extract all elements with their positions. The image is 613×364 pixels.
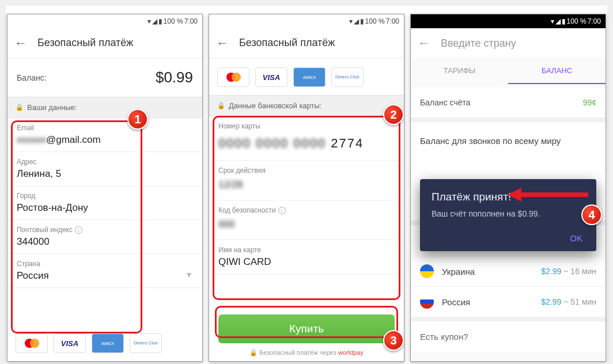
- back-icon[interactable]: ←: [418, 37, 430, 50]
- field-label: Имя на карте: [218, 246, 395, 254]
- tabs: ТАРИФЫ БАЛАНС: [411, 58, 606, 84]
- battery-text: 100 %: [365, 17, 385, 25]
- field-value: Ростов-на-Дону: [17, 202, 193, 214]
- status-bar: ▾ ◢ ▮ 100 % 7:00: [209, 14, 404, 28]
- battery-icon: ▮: [360, 17, 364, 25]
- card-logos: VISA AMEX Diners Club: [7, 329, 202, 361]
- field-country[interactable]: Страна Россия ▼: [7, 254, 202, 288]
- screenshot-1: ▾ ◢ ▮ 100 % 7:00 ← Безопасный платёж Бал…: [7, 14, 203, 362]
- battery-icon: ▮: [158, 17, 162, 25]
- battery-icon: ▮: [562, 17, 566, 25]
- field-value: 000: [218, 219, 395, 230]
- field-label: Email: [17, 124, 193, 132]
- section-card-data: 🔒 Данные банковской карты:: [209, 95, 404, 116]
- mastercard-icon: [217, 67, 249, 87]
- field-cvc[interactable]: Код безопасности i 000: [209, 200, 404, 240]
- visa-icon: VISA: [54, 333, 86, 353]
- clock: 7:00: [588, 17, 601, 25]
- field-label: Адрес: [17, 158, 193, 166]
- field-city[interactable]: Город Ростов-на-Дону: [7, 186, 202, 220]
- dialog-message: Ваш счёт пополнен на $0.99.: [432, 209, 585, 218]
- annotation-arrow: [508, 186, 594, 203]
- annotation-badge-4: 4: [581, 204, 602, 225]
- app-bar: ← Безопасный платёж: [209, 28, 404, 58]
- field-zip[interactable]: Почтовый индекс i 344000: [7, 220, 202, 254]
- country-row-ukraine[interactable]: Украина $2.99 ~ 16 мин: [411, 256, 606, 286]
- visa-icon: VISA: [255, 67, 287, 87]
- field-value: 12/28: [218, 179, 395, 191]
- country-name: Украина: [442, 267, 475, 276]
- form-your-data: Email xxxxxx@gmail.com Адрес Ленина, 5 Г…: [7, 118, 202, 329]
- world-calls-title: Баланс для звонков по всему миру: [411, 117, 606, 153]
- field-value: xxxxxx@gmail.com: [17, 134, 193, 146]
- balance-value: $0.99: [156, 69, 193, 86]
- tab-balance[interactable]: БАЛАНС: [508, 58, 606, 84]
- account-balance-label: Баланс счёта: [420, 98, 471, 107]
- wifi-icon: ▾: [551, 17, 554, 25]
- field-expiry[interactable]: Срок действия 12/28: [209, 161, 404, 200]
- country-row-russia[interactable]: Россия $2.99 ~ 51 мин: [411, 286, 606, 317]
- signal-icon: ◢: [555, 17, 561, 25]
- tab-tariffs[interactable]: ТАРИФЫ: [411, 58, 508, 84]
- field-name-on-card[interactable]: Имя на карте QIWI CARD: [209, 240, 404, 274]
- battery-text: 100 %: [567, 17, 586, 25]
- amex-icon: AMEX: [293, 67, 326, 87]
- field-label: Номер карты: [218, 122, 395, 130]
- secure-footer: 🔒 Безопасный платёж через worldpay: [209, 347, 404, 361]
- mastercard-icon: [16, 333, 48, 353]
- page-title: Безопасный платёж: [37, 37, 133, 49]
- dialog-ok-button[interactable]: OK: [432, 230, 585, 247]
- buy-button[interactable]: Купить: [218, 314, 395, 343]
- field-address[interactable]: Адрес Ленина, 5: [7, 152, 202, 186]
- app-bar: ← Безопасный платёж: [7, 28, 202, 58]
- lock-icon: 🔒: [217, 102, 225, 109]
- screenshot-3: ▾ ◢ ▮ 100 % 7:00 ← Введите страну ТАРИФЫ…: [410, 14, 606, 362]
- field-email[interactable]: Email xxxxxx@gmail.com: [7, 118, 202, 152]
- field-value: 0000 0000 0000 2774: [218, 136, 395, 151]
- battery-text: 100 %: [164, 17, 183, 25]
- form-card: Номер карты 0000 0000 0000 2774 Срок дей…: [209, 116, 404, 308]
- field-value: Россия: [17, 270, 49, 282]
- account-balance-row: Баланс счёта 99¢: [411, 88, 606, 117]
- lock-icon: 🔒: [249, 349, 258, 356]
- page-title: Введите страну: [441, 37, 516, 50]
- chevron-down-icon[interactable]: ▼: [185, 270, 193, 279]
- app-bar: ← Введите страну: [411, 28, 606, 58]
- signal-icon: ◢: [152, 17, 157, 25]
- info-icon[interactable]: i: [278, 207, 286, 214]
- status-bar: ▾ ◢ ▮ 100 % 7:00: [411, 14, 606, 28]
- field-label: Почтовый индекс i: [17, 226, 193, 234]
- country-mins: ~ 51 мин: [563, 297, 596, 306]
- field-value: 344000: [17, 236, 193, 248]
- balance-label: Баланс:: [17, 73, 47, 82]
- field-label: Код безопасности i: [218, 206, 395, 214]
- field-value: Ленина, 5: [17, 168, 193, 180]
- flag-ukraine-icon: [420, 264, 434, 278]
- screenshot-2: ▾ ◢ ▮ 100 % 7:00 ← Безопасный платёж VIS…: [209, 14, 404, 362]
- clock: 7:00: [386, 17, 399, 25]
- back-icon[interactable]: ←: [216, 37, 229, 50]
- svg-marker-1: [508, 188, 521, 202]
- annotation-badge-2: 2: [383, 104, 404, 125]
- field-label: Город: [17, 192, 193, 200]
- annotation-badge-1: 1: [127, 109, 148, 130]
- back-icon[interactable]: ←: [14, 37, 27, 50]
- section-your-data: 🔒 Ваши данные:: [7, 97, 202, 118]
- field-label: Срок действия: [218, 166, 395, 175]
- country-name: Россия: [442, 297, 470, 307]
- wifi-icon: ▾: [349, 17, 353, 25]
- country-price: $2.99: [541, 297, 561, 306]
- clock: 7:00: [184, 17, 198, 25]
- diners-icon: Diners Club: [130, 333, 162, 353]
- flag-russia-icon: [420, 295, 434, 309]
- wifi-icon: ▾: [147, 17, 151, 25]
- status-bar: ▾ ◢ ▮ 100 % 7:00: [7, 14, 202, 28]
- card-logos: VISA AMEX Diners Club: [209, 58, 404, 95]
- page-title: Безопасный платёж: [239, 37, 335, 49]
- annotation-badge-3: 3: [383, 330, 404, 351]
- coupon-row[interactable]: Есть купон?: [411, 317, 606, 352]
- country-mins: ~ 16 мин: [563, 267, 596, 276]
- info-icon[interactable]: i: [75, 226, 82, 234]
- country-price: $2.99: [541, 267, 561, 276]
- field-card-number[interactable]: Номер карты 0000 0000 0000 2774: [209, 116, 404, 161]
